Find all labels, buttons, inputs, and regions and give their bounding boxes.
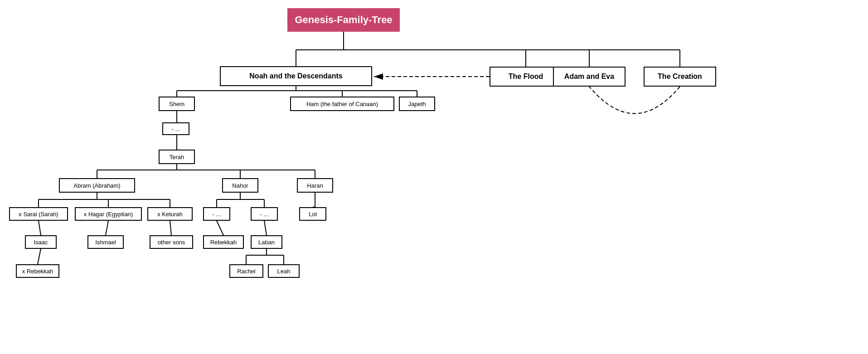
ishmael-label: Ishmael [95, 239, 116, 246]
flood-node[interactable]: The Flood [490, 67, 562, 87]
hagar-label: x Hagar (Egyptian) [84, 211, 133, 218]
rebekkah-nahor-label: Rebekkah [210, 239, 237, 246]
adam-label: Adam and Eva [564, 73, 614, 81]
dots3-node: - ... [251, 207, 278, 221]
flood-label: The Flood [509, 73, 543, 81]
svg-line-34 [264, 221, 267, 235]
sarai-node[interactable]: x Sarai (Sarah) [9, 207, 68, 221]
shem-node[interactable]: Shem [159, 97, 195, 111]
sarai-label: x Sarai (Sarah) [19, 211, 58, 218]
dots1-node: - ... [162, 122, 189, 135]
lot-node[interactable]: Lot [299, 207, 326, 221]
laban-label: Laban [258, 239, 275, 246]
dots1-label: - ... [172, 126, 180, 132]
noah-node[interactable]: Noah and the Descendants [220, 66, 372, 86]
terah-label: Terah [170, 154, 184, 160]
shem-label: Shem [169, 101, 184, 107]
nahor-node[interactable]: Nahor [222, 178, 258, 193]
root-node: Genesis-Family-Tree [287, 8, 400, 32]
xrebekkah-node[interactable]: x Rebekkah [16, 264, 59, 278]
root-label: Genesis-Family-Tree [295, 14, 392, 26]
creation-label: The Creation [658, 73, 702, 81]
svg-line-31 [106, 221, 108, 235]
svg-line-30 [39, 221, 41, 235]
keturah-node[interactable]: x Keturah [147, 207, 193, 221]
haran-label: Haran [307, 182, 323, 189]
isaac-label: Isaac [34, 239, 48, 246]
dots2-label: - ... [213, 211, 221, 218]
japeth-label: Japeth [408, 101, 426, 107]
svg-line-33 [217, 221, 223, 235]
adam-node[interactable]: Adam and Eva [553, 67, 626, 87]
othersons-node[interactable]: other sons [150, 235, 193, 249]
hagar-node[interactable]: x Hagar (Egyptian) [75, 207, 142, 221]
svg-line-32 [170, 221, 171, 235]
abram-label: Abram (Abraham) [73, 182, 120, 189]
svg-line-35 [38, 249, 41, 264]
connector-lines [0, 0, 868, 354]
japeth-node[interactable]: Japeth [399, 97, 435, 111]
haran-node[interactable]: Haran [297, 178, 333, 193]
nahor-label: Nahor [232, 182, 248, 189]
keturah-label: x Keturah [157, 211, 183, 218]
lot-label: Lot [309, 211, 317, 218]
canvas: Genesis-Family-Tree Noah and the Descend… [0, 0, 868, 354]
ishmael-node[interactable]: Ishmael [87, 235, 124, 249]
laban-node[interactable]: Laban [251, 235, 282, 249]
leah-node[interactable]: Leah [268, 264, 300, 278]
rebekkah-nahor-node[interactable]: Rebekkah [203, 235, 244, 249]
leah-label: Leah [277, 268, 291, 275]
terah-node[interactable]: Terah [159, 150, 195, 164]
dots2-node: - ... [203, 207, 230, 221]
rachel-label: Rachel [237, 268, 255, 275]
isaac-node[interactable]: Isaac [25, 235, 57, 249]
othersons-label: other sons [158, 239, 185, 246]
xrebekkah-label: x Rebekkah [22, 268, 53, 275]
creation-node[interactable]: The Creation [644, 67, 716, 87]
rachel-node[interactable]: Rachel [229, 264, 263, 278]
ham-node[interactable]: Ham (the father of Canaan) [290, 97, 394, 111]
ham-label: Ham (the father of Canaan) [306, 101, 378, 107]
dots3-label: - ... [260, 211, 269, 218]
noah-label: Noah and the Descendants [249, 72, 342, 80]
abram-node[interactable]: Abram (Abraham) [59, 178, 135, 193]
